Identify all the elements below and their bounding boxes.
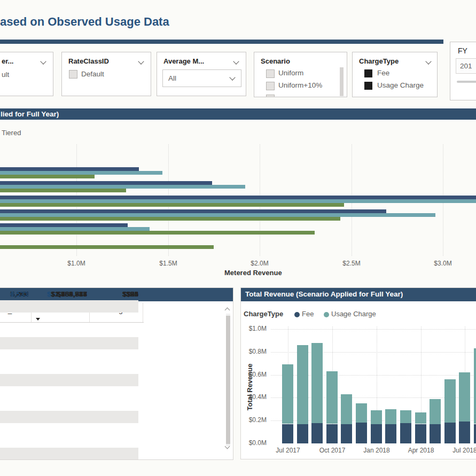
- average-dropdown[interactable]: All: [162, 69, 241, 87]
- gridline: [352, 144, 352, 256]
- metered-bar[interactable]: [0, 209, 386, 213]
- scrollbar-thumb[interactable]: [226, 316, 230, 444]
- table-body: 6,533$14,155,232$1006,211$2,584,975$2115…: [0, 288, 233, 460]
- bar-usage[interactable]: [371, 410, 382, 424]
- table-row[interactable]: 6,332$1,169,734$94: [0, 386, 233, 399]
- metered-bar[interactable]: [0, 213, 435, 217]
- bar-fee[interactable]: [474, 424, 476, 443]
- row-stripe: [0, 337, 138, 349]
- metered-x-axis-title: Metered Revenue: [224, 269, 282, 277]
- scrollbar-thumb[interactable]: [340, 67, 344, 96]
- metered-bar[interactable]: [0, 217, 340, 221]
- fy-value-input[interactable]: 201: [456, 58, 476, 74]
- bar-fee[interactable]: [385, 424, 396, 443]
- bar-usage[interactable]: [444, 379, 456, 423]
- bar-fee[interactable]: [311, 423, 323, 443]
- bar-fee[interactable]: [430, 424, 441, 443]
- chevron-down-icon: [229, 74, 235, 80]
- checkbox-icon[interactable]: [266, 69, 275, 78]
- bar-usage[interactable]: [356, 403, 367, 423]
- bar-fee[interactable]: [444, 423, 456, 443]
- table-row[interactable]: 5,866$763,317$66: [0, 435, 233, 448]
- bar-usage[interactable]: [474, 348, 476, 424]
- bar-fee[interactable]: [356, 423, 367, 443]
- row-stripe: [0, 300, 138, 313]
- table-row[interactable]: 6,237$864,527$70: [0, 423, 233, 435]
- scenario-item-uniform[interactable]: Uniform: [278, 69, 303, 77]
- table-row[interactable]: 5,807$2,269,513$198: [0, 325, 233, 337]
- bar-usage[interactable]: [282, 364, 293, 424]
- y-tick-label: $0.8M: [241, 348, 267, 355]
- scenario-slicer-title: Scenario: [261, 57, 290, 65]
- chargetype-item-fee[interactable]: Fee: [377, 69, 389, 77]
- checkbox-checked-icon[interactable]: [364, 82, 372, 90]
- table-row[interactable]: 6,211$2,584,975$211: [0, 313, 233, 325]
- total-revenue-stacked-chart: $0.0M$0.2M$0.4M$0.6M$0.8M$1.0MJul 2017Oc…: [241, 288, 476, 459]
- metered-bar[interactable]: [0, 196, 476, 199]
- bar-fee[interactable]: [415, 424, 426, 443]
- metered-bar[interactable]: [0, 185, 245, 189]
- table-row[interactable]: 5,819$1,435,387$125: [0, 362, 233, 374]
- metered-bar[interactable]: [0, 175, 95, 178]
- chevron-down-icon[interactable]: [425, 58, 431, 64]
- bar-usage[interactable]: [326, 371, 338, 424]
- customer-slicer-item[interactable]: ult: [2, 71, 9, 79]
- bar-fee[interactable]: [371, 424, 382, 443]
- bar-fee[interactable]: [297, 424, 308, 443]
- chargetype-item-usage[interactable]: Usage Charge: [377, 81, 424, 89]
- gridline: [76, 144, 77, 256]
- fy-range-slider[interactable]: [457, 81, 476, 83]
- metered-bar[interactable]: [0, 181, 212, 185]
- metered-bar[interactable]: [0, 203, 344, 207]
- bar-fee[interactable]: [400, 423, 411, 443]
- chevron-down-icon[interactable]: [233, 58, 239, 64]
- metered-legend-tiered[interactable]: Tiered: [2, 129, 21, 137]
- y-tick-label: $0.0M: [241, 439, 267, 447]
- checkbox-icon[interactable]: [69, 70, 77, 79]
- scenario-item-uniform10[interactable]: Uniform+10%: [278, 81, 322, 89]
- bar-usage[interactable]: [400, 410, 411, 423]
- fy-slicer: FY 201: [450, 42, 476, 100]
- chevron-down-icon[interactable]: [138, 58, 144, 64]
- metered-bar[interactable]: [0, 245, 214, 249]
- bar-fee[interactable]: [459, 422, 470, 443]
- row-stripe: [0, 448, 138, 460]
- metered-bar[interactable]: [0, 199, 476, 203]
- metered-bar[interactable]: [0, 227, 150, 231]
- x-tick-label: Jul 2018: [446, 447, 476, 454]
- x-tick-label: Jan 2018: [358, 447, 395, 454]
- bar-usage[interactable]: [297, 345, 308, 424]
- bar-usage[interactable]: [415, 412, 426, 424]
- metered-bar[interactable]: [0, 223, 128, 227]
- metered-bar[interactable]: [0, 189, 126, 192]
- table-row[interactable]: 5,832$955,884$83: [0, 399, 233, 411]
- metered-bar[interactable]: [0, 171, 162, 175]
- bar-usage[interactable]: [341, 394, 352, 424]
- metered-bar[interactable]: [0, 231, 315, 235]
- rateclass-slicer: RateClassID Default: [61, 52, 151, 96]
- rateclass-item-default[interactable]: Default: [81, 70, 104, 78]
- chevron-down-icon[interactable]: [40, 58, 46, 64]
- fy-slicer-title: FY: [458, 46, 467, 55]
- checkbox-icon[interactable]: [266, 82, 275, 90]
- report-page: ased on Observed Usage Data er... ult Ra…: [0, 0, 476, 476]
- bar-usage[interactable]: [385, 409, 396, 424]
- y-tick-label: $0.6M: [241, 371, 267, 378]
- bar-usage[interactable]: [311, 343, 323, 423]
- x-tick-label: $2.0M: [244, 260, 276, 267]
- metered-bar[interactable]: [0, 167, 139, 171]
- row-stripe: [0, 374, 138, 386]
- table-row[interactable]: 5,800$1,532,847$134: [0, 349, 233, 362]
- bar-usage[interactable]: [430, 399, 441, 424]
- gridline: [271, 329, 476, 330]
- bar-fee[interactable]: [341, 424, 352, 443]
- checkbox-checked-icon[interactable]: [364, 69, 372, 77]
- chargetype-slicer: ChargeType Fee Usage Charge: [352, 52, 438, 97]
- checkbox-icon[interactable]: [266, 95, 275, 97]
- bar-fee[interactable]: [282, 424, 293, 443]
- cell-average-bill: $65: [91, 288, 138, 300]
- cell-total: 6,533: [1, 288, 28, 300]
- bar-usage[interactable]: [459, 372, 470, 422]
- bar-fee[interactable]: [326, 424, 338, 443]
- average-slicer-title: Average M...: [163, 57, 204, 65]
